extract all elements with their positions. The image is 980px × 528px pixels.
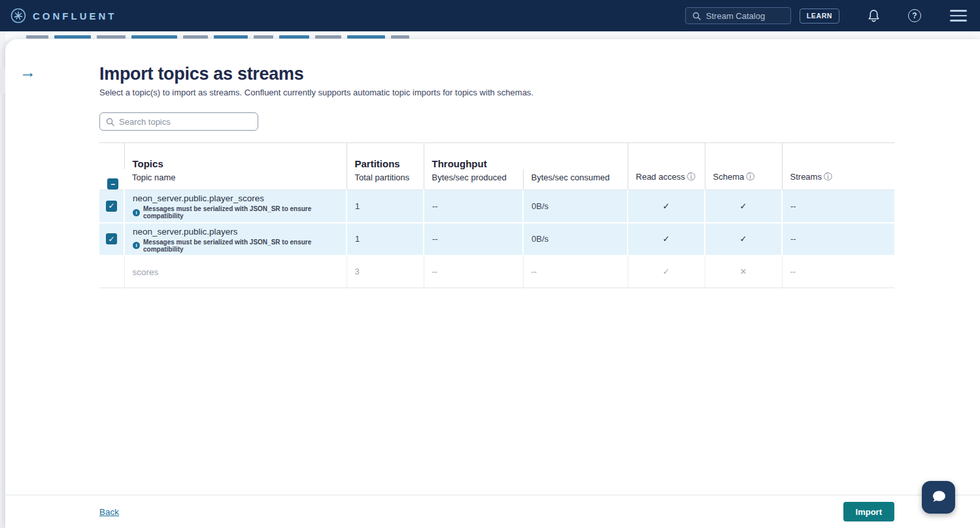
- search-icon: [692, 12, 701, 20]
- cell-bytes-consumed: 0B/s: [523, 190, 628, 223]
- chat-support-button[interactable]: [922, 481, 955, 514]
- cell-bytes-consumed: 0B/s: [523, 223, 628, 256]
- column-header-topic-name: Topic name: [124, 169, 346, 190]
- column-header-bytes-produced: Bytes/sec produced: [424, 169, 523, 190]
- search-topics-input[interactable]: Search topics: [99, 112, 258, 131]
- cell-read-access: ✓: [628, 256, 705, 288]
- brand-wordmark: CONFLUENT: [33, 10, 117, 22]
- collapse-panel-arrow-icon[interactable]: →: [20, 64, 36, 80]
- info-icon[interactable]: ⓘ: [824, 172, 832, 182]
- cell-partitions: 1: [346, 190, 424, 223]
- topic-name: scores: [133, 266, 339, 277]
- topic-note: i Messages must be serialized with JSON_…: [133, 239, 338, 253]
- collapsed-sidebar-tab: [0, 69, 5, 93]
- notifications-bell-icon[interactable]: [867, 8, 881, 23]
- cell-read-access: ✓: [628, 190, 705, 223]
- row-checkbox[interactable]: ✓: [106, 201, 117, 212]
- column-group-spacer: [628, 143, 705, 169]
- breadcrumb-clipped: [26, 35, 409, 39]
- confluent-logo-icon: [10, 8, 26, 24]
- column-group-spacer: [782, 143, 894, 169]
- stream-catalog-search[interactable]: Stream Catalog: [685, 7, 791, 24]
- cell-streams: --: [782, 223, 894, 256]
- table-row[interactable]: ✓ neon_server.public.player_scores i Mes…: [99, 190, 894, 223]
- column-header-total-partitions: Total partitions: [346, 169, 424, 190]
- back-link[interactable]: Back: [99, 507, 119, 517]
- cell-bytes-produced: --: [424, 190, 523, 223]
- row-checkbox[interactable]: ✓: [106, 233, 117, 244]
- topic-note: i Messages must be serialized with JSON_…: [133, 205, 338, 220]
- info-icon: i: [133, 209, 140, 216]
- info-icon: i: [133, 242, 140, 249]
- column-group-topics: Topics: [124, 143, 346, 169]
- chat-bubble-icon: [930, 489, 948, 506]
- cell-streams: --: [782, 256, 894, 288]
- column-group-spacer: [705, 143, 782, 169]
- page-left-edge: [0, 31, 5, 528]
- learn-button[interactable]: LEARN: [800, 8, 839, 24]
- column-group-throughput: Throughput: [424, 143, 628, 169]
- cell-read-access: ✓: [628, 223, 705, 256]
- table-row[interactable]: ✓ neon_server.public.players i Messages …: [99, 223, 894, 256]
- column-header-read-access: Read accessⓘ: [628, 169, 705, 190]
- cell-schema: ✕: [705, 256, 782, 288]
- cell-schema: ✓: [705, 223, 782, 256]
- cell-bytes-produced: --: [424, 256, 523, 288]
- column-header-bytes-consumed: Bytes/sec consumed: [523, 169, 628, 190]
- info-icon[interactable]: ⓘ: [687, 172, 696, 182]
- topic-name: neon_server.public.player_scores: [133, 192, 338, 203]
- info-icon[interactable]: ⓘ: [746, 172, 754, 182]
- cell-partitions: 3: [346, 256, 424, 288]
- page-title: Import topics as streams: [99, 63, 894, 85]
- import-button[interactable]: Import: [843, 502, 894, 521]
- cell-bytes-produced: --: [424, 223, 523, 256]
- column-header-streams: Streamsⓘ: [782, 169, 894, 190]
- top-navbar: CONFLUENT Stream Catalog LEARN ?: [0, 0, 980, 31]
- stream-catalog-placeholder: Stream Catalog: [706, 11, 765, 21]
- topic-name: neon_server.public.players: [133, 225, 338, 237]
- search-icon: [106, 118, 114, 126]
- column-header-schema: Schemaⓘ: [705, 169, 782, 190]
- topics-table: − Topics Partitions Throughput Topic nam…: [99, 142, 894, 288]
- import-topics-panel: → Import topics as streams Select a topi…: [5, 39, 980, 528]
- panel-footer: Back Import: [5, 495, 980, 528]
- cell-partitions: 1: [346, 223, 424, 256]
- table-row[interactable]: scores 3 -- -- ✓ ✕ --: [99, 256, 894, 288]
- column-group-partitions: Partitions: [346, 143, 424, 169]
- help-icon[interactable]: ?: [908, 9, 921, 22]
- hamburger-menu-icon[interactable]: [950, 10, 967, 21]
- select-all-checkbox[interactable]: −: [107, 178, 118, 190]
- cell-streams: --: [782, 190, 894, 223]
- search-topics-placeholder: Search topics: [119, 117, 171, 127]
- cell-bytes-consumed: --: [523, 256, 628, 288]
- cell-schema: ✓: [705, 190, 782, 223]
- page-subtitle: Select a topic(s) to import as streams. …: [99, 88, 894, 97]
